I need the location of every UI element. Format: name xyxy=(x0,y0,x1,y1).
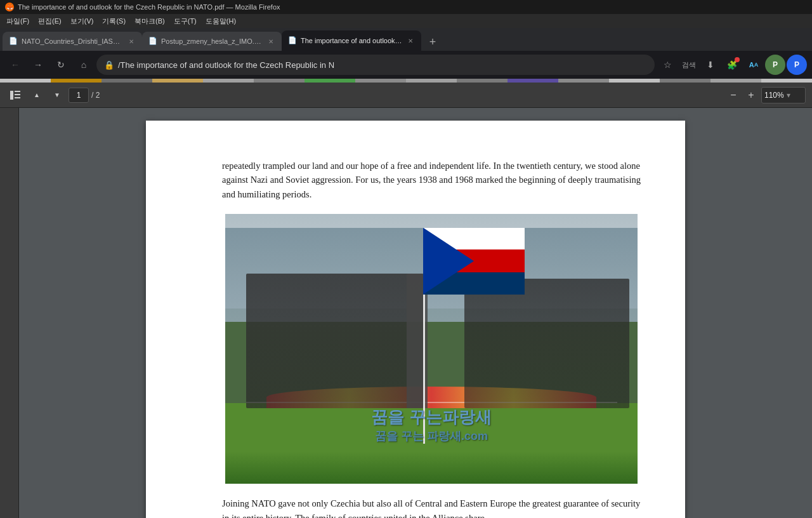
img-people-right xyxy=(464,279,629,408)
pdf-paragraph-2: Joining NATO gave not only Czechia but a… xyxy=(222,496,641,518)
menu-help[interactable]: 도움말(H) xyxy=(202,15,240,27)
tab-3-active[interactable]: 📄 The importance of and outlook fo... ✕ xyxy=(282,30,421,51)
menu-tools[interactable]: 도구(T) xyxy=(170,15,200,27)
pdf-image-container: 꿈을 꾸는파랑새 꿈을 꾸는 파랑새.com xyxy=(222,214,641,484)
address-bar[interactable]: 🔒 /The importance of and outlook for the… xyxy=(96,55,655,75)
tab-1-favicon: 📄 xyxy=(9,37,18,46)
extensions-button[interactable]: 🧩 xyxy=(722,55,742,75)
pdf-prev-page-button[interactable]: ▲ xyxy=(28,86,46,104)
pdf-page: repeatedly trampled our land and our hop… xyxy=(146,121,685,518)
pdf-zoom-in-button[interactable]: + xyxy=(743,88,759,103)
download-button[interactable]: ⬇ xyxy=(700,55,721,75)
watermark-line2: 꿈을 꾸는 파랑새.com xyxy=(371,428,491,444)
pdf-total-pages: / 2 xyxy=(91,91,100,100)
menubar: 파일(F) 편집(E) 보기(V) 기록(S) 북마크(B) 도구(T) 도움말… xyxy=(0,14,812,28)
nav-actions: ☆ 검색 ⬇ 🧩 AA P P xyxy=(657,55,807,75)
refresh-button[interactable]: ↻ xyxy=(51,55,71,75)
profile-button-green[interactable]: P xyxy=(765,55,785,75)
sidebar-icon xyxy=(10,91,20,100)
pdf-page-container[interactable]: repeatedly trampled our land and our hop… xyxy=(19,108,812,518)
menu-bookmarks[interactable]: 북마크(B) xyxy=(131,15,169,27)
navbar: ← → ↻ ⌂ 🔒 /The importance of and outlook… xyxy=(0,51,812,79)
img-flag xyxy=(423,228,525,295)
menu-history[interactable]: 기록(S) xyxy=(98,15,129,27)
img-watermark: 꿈을 꾸는파랑새 꿈을 꾸는 파랑새.com xyxy=(371,406,491,444)
tab-2-label: Postup_zmeny_hesla_z_IMO.pdf xyxy=(161,37,263,45)
pdf-zoom-controls: − + 110% ▾ xyxy=(726,87,806,103)
svg-rect-1 xyxy=(15,91,20,92)
menu-edit[interactable]: 편집(E) xyxy=(34,15,65,27)
tab-1-close[interactable]: ✕ xyxy=(127,37,136,46)
pdf-zoom-dropdown[interactable]: 110% ▾ xyxy=(761,87,806,103)
tab-1[interactable]: 📄 NATO_Countries_Drishti_IAS_Engli... ✕ xyxy=(3,32,142,51)
forward-button[interactable]: → xyxy=(28,55,48,75)
pdf-content-area: repeatedly trampled our land and our hop… xyxy=(0,108,812,518)
titlebar: 🦊 The importance of and outlook for the … xyxy=(0,0,812,14)
translate-button[interactable]: AA xyxy=(743,55,764,75)
tabbar: 📄 NATO_Countries_Drishti_IAS_Engli... ✕ … xyxy=(0,28,812,51)
search-label: 검색 xyxy=(682,60,696,70)
watermark-line1: 꿈을 꾸는파랑새 xyxy=(371,406,491,428)
pdf-sidebar-toggle[interactable] xyxy=(6,86,24,104)
tab-3-close[interactable]: ✕ xyxy=(406,36,415,45)
menu-file[interactable]: 파일(F) xyxy=(3,15,33,27)
menu-view[interactable]: 보기(V) xyxy=(67,15,98,27)
new-tab-button[interactable]: + xyxy=(424,33,442,51)
tab-1-label: NATO_Countries_Drishti_IAS_Engli... xyxy=(22,37,123,45)
address-lock-icon: 🔒 xyxy=(104,60,114,70)
pdf-zoom-out-button[interactable]: − xyxy=(726,88,741,103)
extensions-icon: 🧩 xyxy=(727,60,737,70)
tab-2-favicon: 📄 xyxy=(148,37,157,46)
tab-3-favicon: 📄 xyxy=(288,36,297,45)
pdf-next-page-button[interactable]: ▼ xyxy=(48,86,66,104)
pdf-zoom-value: 110% xyxy=(764,91,784,100)
titlebar-text: The importance of and outlook for the Cz… xyxy=(18,3,807,11)
pdf-page-input[interactable] xyxy=(69,88,89,103)
bookmark-star-button[interactable]: ☆ xyxy=(657,55,678,75)
home-button[interactable]: ⌂ xyxy=(74,55,94,75)
firefox-icon: 🦊 xyxy=(5,3,14,11)
svg-rect-0 xyxy=(10,91,13,100)
search-button[interactable]: 검색 xyxy=(679,55,699,75)
pdf-zoom-dropdown-icon: ▾ xyxy=(787,91,790,100)
tab-2[interactable]: 📄 Postup_zmeny_hesla_z_IMO.pdf ✕ xyxy=(142,32,282,51)
img-people-left xyxy=(246,274,424,409)
back-button[interactable]: ← xyxy=(5,55,25,75)
svg-rect-3 xyxy=(15,97,20,98)
pdf-sidebar-panel xyxy=(0,108,19,518)
pdf-paragraph-1: repeatedly trampled our land and our hop… xyxy=(222,159,641,201)
tab-3-label: The importance of and outlook fo... xyxy=(301,37,402,44)
tab-2-close[interactable]: ✕ xyxy=(266,37,275,46)
address-text: /The importance of and outlook for the C… xyxy=(118,60,647,70)
pdf-page-navigation: ▲ ▼ / 2 xyxy=(28,86,100,104)
pdf-toolbar: ▲ ▼ / 2 − + 110% ▾ xyxy=(0,83,812,108)
pdf-ceremony-image: 꿈을 꾸는파랑새 꿈을 꾸는 파랑새.com xyxy=(225,214,638,484)
svg-rect-2 xyxy=(15,94,20,95)
profile-button-blue[interactable]: P xyxy=(787,55,807,75)
